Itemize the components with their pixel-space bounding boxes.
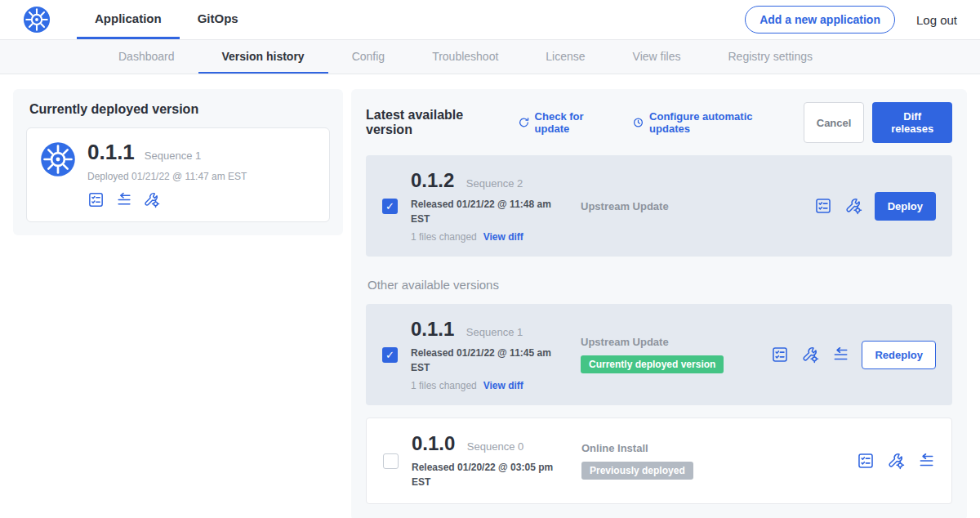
diff-icon[interactable] xyxy=(115,191,132,208)
config-icon[interactable] xyxy=(844,197,862,215)
check-icon: ✓ xyxy=(385,201,394,212)
version-source: Online Install Previously deployed xyxy=(575,442,857,480)
release-notes-icon[interactable] xyxy=(857,452,875,470)
tab-config[interactable]: Config xyxy=(328,40,408,74)
release-notes-icon[interactable] xyxy=(87,191,105,208)
deployed-sequence: Sequence 1 xyxy=(145,150,201,162)
source-label: Online Install xyxy=(581,442,857,454)
other-versions-title: Other available versions xyxy=(368,278,952,292)
deployed-date: Deployed 01/21/22 @ 11:47 am EST xyxy=(87,171,247,182)
clock-icon xyxy=(632,116,644,129)
version-row-0-1-1: ✓ 0.1.1 Sequence 1 Released 01/21/22 @ 1… xyxy=(366,304,952,405)
add-application-button[interactable]: Add a new application xyxy=(745,6,895,33)
top-tab-gitops[interactable]: GitOps xyxy=(180,0,256,39)
source-label: Upstream Update xyxy=(581,200,814,212)
released-date: Released 01/21/22 @ 11:45 am EST xyxy=(411,346,559,375)
logout-button[interactable]: Log out xyxy=(916,13,957,27)
version-row-0-1-0: 0.1.0 Sequence 0 Released 01/20/22 @ 03:… xyxy=(366,418,952,504)
app-subnav: Dashboard Version history Config Trouble… xyxy=(0,40,980,74)
currently-deployed-title: Currently deployed version xyxy=(29,102,330,117)
version-info: 0.1.0 Sequence 0 Released 01/20/22 @ 03:… xyxy=(412,432,575,489)
files-changed: 1 files changed xyxy=(411,231,477,243)
version-actions: Deploy xyxy=(814,192,936,221)
tab-view-files[interactable]: View files xyxy=(609,40,705,74)
files-changed: 1 files changed xyxy=(411,380,477,391)
version-row-0-1-2: ✓ 0.1.2 Sequence 2 Released 01/21/22 @ 1… xyxy=(366,155,952,257)
view-diff-link[interactable]: View diff xyxy=(483,380,523,391)
released-date: Released 01/21/22 @ 11:48 am EST xyxy=(411,197,559,226)
version-number: 0.1.0 xyxy=(412,432,455,454)
available-versions-panel: Latest available version Check for updat… xyxy=(351,89,967,518)
version-source: Upstream Update xyxy=(574,200,814,212)
diff-icon[interactable] xyxy=(917,452,935,470)
version-checkbox[interactable]: ✓ xyxy=(382,199,398,214)
kubernetes-logo-icon xyxy=(23,6,51,33)
version-info: 0.1.1 Sequence 1 Released 01/21/22 @ 11:… xyxy=(411,318,574,391)
version-number: 0.1.1 xyxy=(411,318,454,340)
version-info: 0.1.2 Sequence 2 Released 01/21/22 @ 11:… xyxy=(411,169,574,243)
release-notes-icon[interactable] xyxy=(814,197,832,215)
tab-dashboard[interactable]: Dashboard xyxy=(95,40,198,74)
tab-license[interactable]: License xyxy=(522,40,608,74)
top-tab-application[interactable]: Application xyxy=(77,0,180,39)
deployed-version-info: 0.1.1 Sequence 1 Deployed 01/21/22 @ 11:… xyxy=(87,140,247,208)
refresh-icon xyxy=(518,116,530,129)
version-actions: Redeploy xyxy=(771,341,936,369)
deployed-version-number: 0.1.1 xyxy=(87,140,135,165)
currently-deployed-panel: Currently deployed version xyxy=(13,89,343,235)
tab-registry-settings[interactable]: Registry settings xyxy=(704,40,835,74)
version-source: Upstream Update Currently deployed versi… xyxy=(574,336,771,373)
top-bar-right: Add a new application Log out xyxy=(745,0,957,39)
tab-version-history[interactable]: Version history xyxy=(198,40,328,74)
header-buttons: Cancel Diff releases xyxy=(804,102,952,143)
diff-releases-button[interactable]: Diff releases xyxy=(872,102,952,143)
previously-deployed-badge: Previously deployed xyxy=(581,462,693,480)
released-date: Released 01/20/22 @ 03:05 pm EST xyxy=(412,460,560,489)
config-icon[interactable] xyxy=(887,452,905,470)
latest-available-title: Latest available version xyxy=(366,108,505,137)
check-icon: ✓ xyxy=(385,350,394,360)
deploy-button[interactable]: Deploy xyxy=(875,192,936,221)
release-notes-icon[interactable] xyxy=(771,346,789,364)
config-icon[interactable] xyxy=(143,191,160,208)
cancel-button[interactable]: Cancel xyxy=(804,102,865,143)
redeploy-button[interactable]: Redeploy xyxy=(862,341,936,369)
top-bar: Application GitOps Add a new application… xyxy=(0,0,980,40)
app-logo xyxy=(23,0,51,39)
version-checkbox[interactable] xyxy=(383,453,399,469)
diff-icon[interactable] xyxy=(831,346,849,364)
kubernetes-app-icon xyxy=(40,140,76,208)
source-label: Upstream Update xyxy=(581,336,771,348)
version-checkbox[interactable]: ✓ xyxy=(382,347,398,363)
check-for-update-link[interactable]: Check for update xyxy=(518,110,616,135)
config-icon[interactable] xyxy=(801,346,819,364)
main-content: Currently deployed version xyxy=(0,74,980,518)
top-nav: Application GitOps xyxy=(77,0,256,39)
version-sequence: Sequence 2 xyxy=(466,177,523,190)
version-actions xyxy=(857,452,935,470)
deployed-version-card: 0.1.1 Sequence 1 Deployed 01/21/22 @ 11:… xyxy=(26,127,330,222)
currently-deployed-badge: Currently deployed version xyxy=(581,355,724,373)
view-diff-link[interactable]: View diff xyxy=(483,231,523,243)
available-versions-header: Latest available version Check for updat… xyxy=(366,102,952,143)
version-sequence: Sequence 0 xyxy=(467,440,523,453)
tab-troubleshoot[interactable]: Troubleshoot xyxy=(408,40,522,74)
version-sequence: Sequence 1 xyxy=(466,326,523,338)
version-number: 0.1.2 xyxy=(411,169,454,191)
configure-automatic-updates-link[interactable]: Configure automatic updates xyxy=(632,110,787,135)
